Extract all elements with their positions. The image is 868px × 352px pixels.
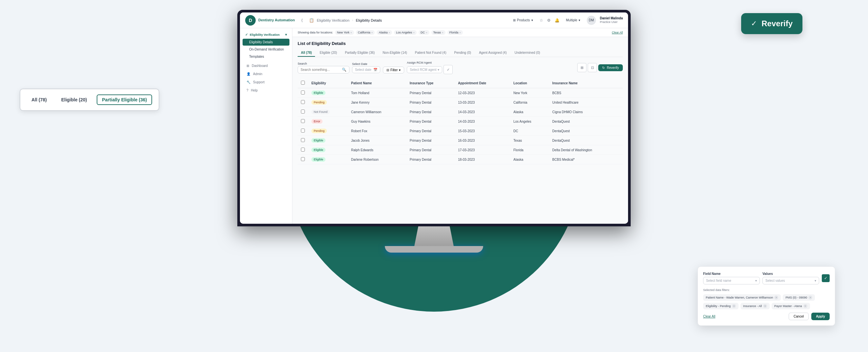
callout-tab-partially[interactable]: Partially Eligible (36) <box>97 94 152 105</box>
callout-tab-eligible[interactable]: Eligible (20) <box>57 95 92 104</box>
remove-chip-0[interactable]: × <box>774 296 778 299</box>
settings-icon[interactable]: ⚙ <box>547 18 551 23</box>
logo-area: D Dentistry Automation <box>245 15 295 26</box>
row-appointment-date-6: 17-03-2023 <box>455 145 510 155</box>
row-checkbox-0[interactable] <box>298 88 308 98</box>
tab-undetermined[interactable]: Undetermined (0) <box>512 49 544 57</box>
row-appointment-date-1: 13-03-2023 <box>455 98 510 107</box>
remove-la[interactable]: × <box>413 31 415 34</box>
row-checkbox-7[interactable] <box>298 155 308 164</box>
modal-actions: Cancel Apply <box>789 313 830 320</box>
remove-chip-4[interactable]: × <box>803 304 807 308</box>
row-checkbox-1[interactable] <box>298 98 308 107</box>
tab-pending[interactable]: Pending (0) <box>451 49 474 57</box>
row-checkbox-2[interactable] <box>298 107 308 117</box>
multiple-button[interactable]: Multiple ▾ <box>563 17 583 23</box>
values-placeholder: Select values <box>766 279 785 283</box>
reverify-label[interactable]: Reverify <box>762 19 793 28</box>
apply-button[interactable]: Apply <box>811 313 830 320</box>
sidebar-item-help[interactable]: ? Help <box>243 87 289 94</box>
row-checkbox-6[interactable] <box>298 145 308 155</box>
row-appointment-date-4: 15-03-2023 <box>455 126 510 136</box>
clear-all-locations[interactable]: Clear All <box>612 31 623 34</box>
row-checkbox-5[interactable] <box>298 136 308 145</box>
row-location-7: Alaska <box>510 155 549 164</box>
rcm-agent-select[interactable]: Select RCM agent ▾ <box>407 66 442 73</box>
column-view-icon[interactable]: ⊡ <box>588 63 597 72</box>
row-appointment-date-5: 16-03-2023 <box>455 136 510 145</box>
row-checkbox-4[interactable] <box>298 126 308 136</box>
support-icon: 🔧 <box>247 80 250 84</box>
tab-all[interactable]: All (78) <box>298 49 315 57</box>
products-icon: ⊞ <box>513 18 516 22</box>
tab-partially-eligible[interactable]: Partially Eligible (36) <box>342 49 378 57</box>
remove-ny[interactable]: × <box>350 31 352 34</box>
sidebar-eligibility-section: ✓ Eligibility Verification ▾ Eligibility… <box>240 31 292 60</box>
row-status-0: Eligible <box>308 88 348 98</box>
star-icon[interactable]: ☆ <box>539 18 543 23</box>
remove-dc[interactable]: × <box>426 31 428 34</box>
reverify-button[interactable]: ↻ Reverify <box>598 64 623 71</box>
rcm-chevron-icon: ▾ <box>438 68 439 71</box>
remove-tx[interactable]: × <box>442 31 443 34</box>
row-status-2: Not Found <box>308 107 348 117</box>
sidebar-collapse-button[interactable]: ⟨ <box>299 17 305 24</box>
date-placeholder: Select date <box>355 68 371 71</box>
row-insurance-type-7: Primary Dental <box>406 155 455 164</box>
rcm-label: Assign RCM Agent <box>407 61 453 64</box>
filter-button[interactable]: ⊟ Filter ▾ <box>383 67 404 74</box>
filter-confirm-button[interactable]: ✓ <box>822 274 830 282</box>
breadcrumb-eligibility-details: Eligibility Details <box>355 18 381 22</box>
selected-filters-label: Selected data filters: <box>703 288 830 292</box>
status-badge-7: Eligible <box>311 157 326 162</box>
search-input[interactable] <box>301 68 340 71</box>
eligibility-table: Eligibility Patient Name Insurance Type … <box>298 78 623 164</box>
values-select[interactable]: Select values ▾ <box>763 277 819 285</box>
remove-chip-1[interactable]: × <box>808 296 812 299</box>
row-status-1: Pending <box>308 98 348 107</box>
search-box[interactable]: 🔍 <box>298 66 349 74</box>
sidebar-item-support[interactable]: 🔧 Support <box>243 79 289 86</box>
remove-ca[interactable]: × <box>371 31 373 34</box>
remove-chip-2[interactable]: × <box>732 304 736 308</box>
sidebar-item-eligibility-details[interactable]: Eligibility Details <box>243 39 289 46</box>
sidebar-item-admin[interactable]: 👤 Admin <box>243 70 289 78</box>
table-row: Eligible Jacob Jones Primary Dental 16-0… <box>298 136 623 145</box>
tab-patient-not-found[interactable]: Patient Not Found (4) <box>412 49 450 57</box>
sidebar-item-templates[interactable]: Templates <box>243 53 289 60</box>
status-badge-3: Error <box>311 119 322 124</box>
callout-tab-all[interactable]: All (78) <box>27 95 52 104</box>
sidebar-item-dashboard[interactable]: ⊞ Dashboard <box>243 62 289 69</box>
cancel-button[interactable]: Cancel <box>789 313 809 320</box>
remove-ak[interactable]: × <box>389 31 391 34</box>
clear-all-button[interactable]: Clear All <box>703 315 715 318</box>
breadcrumb-eligibility-verification[interactable]: Eligibility Verification <box>317 18 349 22</box>
sidebar-item-on-demand[interactable]: On-Demand Verification <box>243 46 289 53</box>
user-role: Practice User <box>600 20 623 24</box>
col-appointment-date: Appointment Date <box>455 78 510 88</box>
row-status-5: Eligible <box>308 136 348 145</box>
row-patient-6: Ralph Edwards <box>348 145 406 155</box>
sidebar-group-header[interactable]: ✓ Eligibility Verification ▾ <box>243 31 289 38</box>
field-name-select[interactable]: Select field name ▾ <box>703 277 760 285</box>
filter-row: Search 🔍 Select Date Select date <box>298 61 623 74</box>
tab-eligible[interactable]: Eligible (20) <box>316 49 340 57</box>
date-picker[interactable]: Select date 📅 <box>352 66 380 73</box>
col-eligibility: Eligibility <box>308 78 348 88</box>
calendar-icon: 📅 <box>373 68 377 71</box>
location-tag-dc: DC× <box>418 30 429 35</box>
notification-icon[interactable]: 🔔 <box>555 18 560 23</box>
row-checkbox-3[interactable] <box>298 117 308 126</box>
grid-view-icon[interactable]: ⊞ <box>577 63 586 72</box>
products-button[interactable]: ⊞ Products ▾ <box>510 17 535 23</box>
row-insurance-name-6: Delta Dental of Washington <box>549 145 623 155</box>
tab-non-eligible[interactable]: Non-Eligible (14) <box>379 49 410 57</box>
remove-chip-3[interactable]: × <box>763 304 767 308</box>
tab-agent-assigned[interactable]: Agent Assigned (4) <box>476 49 510 57</box>
rcm-confirm-icon[interactable]: ✓ <box>443 65 453 74</box>
screen-inner: D Dentistry Automation ⟨ 📋 Eligibility V… <box>240 12 628 224</box>
breadcrumb-icon: 📋 <box>309 18 314 23</box>
remove-fl[interactable]: × <box>459 31 461 34</box>
table-row: Pending Jane Kennry Primary Dental 13-03… <box>298 98 623 107</box>
select-all-header[interactable] <box>298 78 308 88</box>
